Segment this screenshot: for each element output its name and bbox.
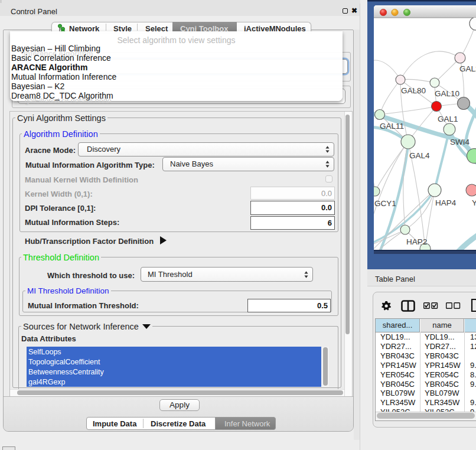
svg-text:GAL4: GAL4	[409, 151, 430, 160]
svg-text:SWI4: SWI4	[450, 138, 470, 146]
svg-text:Y: Y	[472, 198, 476, 207]
svg-text:HAP2: HAP2	[406, 237, 427, 246]
svg-text:GCY1: GCY1	[374, 199, 396, 208]
svg-text:GAL2: GAL2	[459, 64, 476, 73]
svg-text:GAL1: GAL1	[438, 115, 458, 123]
svg-text:GAL10: GAL10	[435, 89, 459, 98]
svg-text:GAL80: GAL80	[401, 86, 426, 95]
svg-text:HAP4: HAP4	[435, 198, 457, 207]
svg-text:GAL11: GAL11	[380, 122, 404, 131]
